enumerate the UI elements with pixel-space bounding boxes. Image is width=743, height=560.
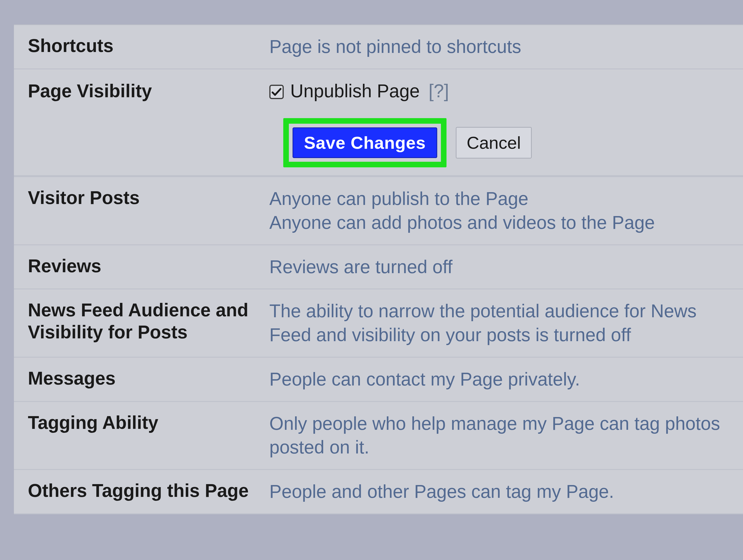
row-shortcuts[interactable]: Shortcuts Page is not pinned to shortcut… bbox=[14, 25, 743, 69]
check-icon bbox=[270, 86, 282, 98]
reviews-label: Reviews bbox=[28, 255, 269, 277]
row-others-tagging[interactable]: Others Tagging this Page People and othe… bbox=[14, 470, 743, 514]
cancel-button[interactable]: Cancel bbox=[456, 127, 532, 158]
page-visibility-label: Page Visibility bbox=[28, 80, 269, 102]
shortcuts-label: Shortcuts bbox=[28, 35, 269, 57]
reviews-value: Reviews are turned off bbox=[269, 255, 743, 279]
visitor-posts-line2: Anyone can add photos and videos to the … bbox=[269, 211, 743, 235]
others-tagging-value: People and other Pages can tag my Page. bbox=[269, 480, 743, 504]
visitor-posts-line1: Anyone can publish to the Page bbox=[269, 187, 743, 211]
visitor-posts-value: Anyone can publish to the Page Anyone ca… bbox=[269, 187, 743, 234]
unpublish-page-checkbox[interactable] bbox=[269, 85, 284, 99]
unpublish-page-label: Unpublish Page bbox=[290, 79, 420, 103]
row-messages[interactable]: Messages People can contact my Page priv… bbox=[14, 358, 743, 402]
page-visibility-actions: Save Changes Cancel bbox=[14, 112, 743, 176]
row-news-feed[interactable]: News Feed Audience and Visibility for Po… bbox=[14, 289, 743, 358]
row-visitor-posts[interactable]: Visitor Posts Anyone can publish to the … bbox=[14, 177, 743, 245]
save-changes-button[interactable]: Save Changes bbox=[293, 127, 437, 158]
help-icon[interactable]: [?] bbox=[429, 79, 449, 103]
row-tagging[interactable]: Tagging Ability Only people who help man… bbox=[14, 402, 743, 470]
tagging-label: Tagging Ability bbox=[28, 412, 269, 434]
save-button-highlight: Save Changes bbox=[283, 118, 446, 167]
visitor-posts-label: Visitor Posts bbox=[28, 187, 269, 209]
news-feed-value: The ability to narrow the potential audi… bbox=[269, 299, 743, 347]
news-feed-label: News Feed Audience and Visibility for Po… bbox=[28, 299, 269, 343]
row-page-visibility: Page Visibility Unpublish Page [?] Save … bbox=[14, 69, 743, 177]
unpublish-page-checkbox-wrap: Unpublish Page [?] bbox=[269, 79, 743, 103]
row-reviews[interactable]: Reviews Reviews are turned off bbox=[14, 245, 743, 290]
messages-value: People can contact my Page privately. bbox=[269, 367, 743, 391]
shortcuts-value: Page is not pinned to shortcuts bbox=[269, 35, 743, 59]
tagging-value: Only people who help manage my Page can … bbox=[269, 412, 743, 459]
messages-label: Messages bbox=[28, 367, 269, 389]
settings-panel: Shortcuts Page is not pinned to shortcut… bbox=[14, 25, 743, 514]
others-tagging-label: Others Tagging this Page bbox=[28, 480, 269, 502]
